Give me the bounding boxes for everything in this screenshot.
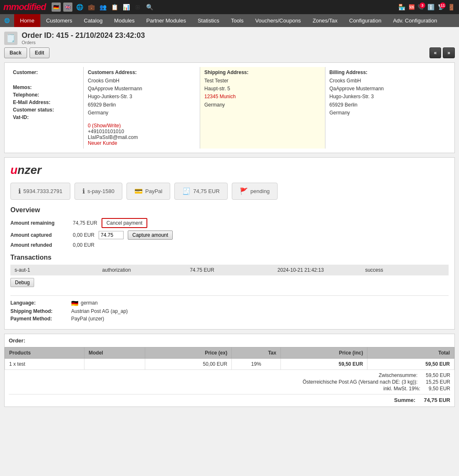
nav-item-customers[interactable]: Customers (40, 14, 78, 27)
col-total: Total (367, 347, 454, 358)
nav-item-partner-modules[interactable]: Partner Modules (141, 14, 192, 27)
grid-icon[interactable]: ⊞ (133, 2, 142, 12)
subtotal-row: Zwischensumme: 59,50 EUR (9, 372, 450, 378)
back-button[interactable]: Back (4, 47, 27, 58)
row-price-ex: 50,00 EUR (145, 358, 232, 369)
unzer-badge-spay-value: s-pay-1580 (87, 188, 114, 194)
unzer-badge-amount-value: 74,75 EUR (193, 188, 220, 194)
capture-input[interactable] (99, 231, 124, 239)
memos-value[interactable]: 0 (Show/Write) (88, 123, 196, 129)
summe-row: Summe: 74,75 EUR (9, 397, 450, 403)
amount-remaining-value: 74,75 EUR (73, 220, 97, 226)
document-icon[interactable]: 📋 (110, 2, 119, 12)
nav-item-home[interactable]: Home (14, 14, 40, 27)
edit-button[interactable]: Edit (30, 47, 50, 58)
page-title: Order ID: 415 - 21/10/2024 23:42:03 (22, 31, 145, 40)
row-product-name: test (17, 361, 25, 367)
help-badge-icon[interactable]: 🆘 (409, 4, 415, 10)
payment-method-label: Payment Method: (10, 316, 69, 322)
unzer-badges: ℹ 5934.7333.2791 ℹ s-pay-1580 💳 PayPal 🧾… (10, 183, 449, 200)
shipping-label: Shipping Address: (204, 69, 321, 75)
overview-rows: Amount remaining 74,75 EUR Cancel paymen… (10, 218, 449, 248)
phone-badge-icon[interactable]: 📞 3 (417, 4, 424, 10)
logout-icon[interactable]: 🚪 (447, 2, 456, 12)
address-city: 65929 Berlin (88, 101, 196, 109)
shipping-method-value: Austrian Post AG (ap_ap) (71, 308, 128, 314)
email-label: E-Mail Address: (13, 99, 63, 105)
subtotal-value: 59,50 EUR (426, 372, 450, 378)
language-value: german (81, 300, 98, 307)
nav-item-tools[interactable]: Tools (225, 14, 249, 27)
col-price-inc: Price (inc) (280, 347, 367, 358)
address-street: Hugo-Junkers-Str. 3 (88, 93, 196, 101)
globe-icon[interactable]: 🌐 (75, 2, 84, 12)
feed-badge-icon[interactable]: 📡 11 (438, 4, 444, 10)
unzer-badge-id-value: 5934.7333.2791 (23, 188, 62, 194)
row-qty: 1 x (9, 361, 16, 367)
billing-name: Crooks GmbH (330, 77, 447, 85)
shipping-street: Haupt-str. 5 (204, 85, 321, 93)
info-icon[interactable]: ℹ️ (426, 2, 435, 12)
unzer-badge-id: ℹ 5934.7333.2791 (10, 183, 70, 200)
nav-item-statistics[interactable]: Statistics (192, 14, 225, 27)
store-icon[interactable]: 🏪 (397, 2, 406, 12)
status-row: Customer status: (13, 107, 79, 113)
amount-captured-value: 0,00 EUR (73, 232, 94, 238)
search-icon[interactable]: 🔍 (145, 2, 154, 12)
help-icon: 🆘 (409, 4, 415, 10)
col-price-ex: Price (ex) (145, 347, 232, 358)
customer-status-label: Customer status: (13, 107, 63, 113)
summe-value: 74,75 EUR (424, 397, 450, 403)
nav-item-vouchers[interactable]: Vouchers/Coupons (249, 14, 307, 27)
billing-address-col: Billing Address: Crooks GmbH QaApprove M… (325, 67, 451, 149)
shipping-total-value: 15,25 EUR (426, 379, 450, 385)
nav-item-adv-configuration[interactable]: Adv. Configuration (387, 14, 443, 27)
nav-item-catalog[interactable]: Catalog (78, 14, 109, 27)
next-button[interactable]: » (443, 47, 455, 58)
shipping-city: 12345 Munich (204, 93, 321, 101)
flag-uk-icon[interactable]: 🇬🇧 (63, 2, 72, 12)
row-model (84, 358, 145, 369)
cancel-payment-button[interactable]: Cancel payment (102, 218, 148, 228)
prev-button[interactable]: « (429, 47, 442, 58)
chart-icon[interactable]: 📊 (122, 2, 131, 12)
order-title: Order: (5, 334, 454, 347)
unzer-logo: unzer (10, 164, 449, 177)
flag-de-icon[interactable]: 🇩🇪 (52, 2, 61, 12)
phone-badge: 3 (419, 2, 425, 8)
unzer-badge-amount: 🧾 74,75 EUR (174, 183, 228, 200)
page-header: 🗒️ Order ID: 415 - 21/10/2024 23:42:03 O… (4, 31, 455, 45)
flag-de-small: 🇩🇪 (71, 300, 78, 307)
address-contact: QaApprove Mustermann (88, 85, 196, 93)
amount-refunded-label: Amount refunded (10, 242, 69, 248)
shipping-name: Test Tester (204, 77, 321, 85)
amount-captured-row: Amount captured 0,00 EUR Capture amount (10, 231, 449, 240)
page-icon: 🗒️ (4, 32, 17, 45)
nav-item-zones[interactable]: Zones/Tax (307, 14, 343, 27)
summe-label: Summe: (299, 397, 415, 403)
address-label: Customers Address: (88, 69, 196, 75)
debug-button[interactable]: Debug (10, 278, 34, 287)
billing-contact: QaApprove Mustermann (330, 85, 447, 93)
info-spay-icon: ℹ (82, 187, 85, 195)
col-model: Model (84, 347, 145, 358)
unzer-badge-status-value: pending (251, 188, 270, 194)
billing-country: Germany (330, 109, 447, 117)
language-row: Language: 🇩🇪 german (10, 300, 449, 307)
shipping-value: Test Tester Haupt-str. 5 12345 Munich Ge… (204, 77, 321, 109)
row-tax: 19% (232, 358, 281, 369)
row-product: 1 x test (5, 358, 84, 369)
people-icon[interactable]: 👥 (98, 2, 107, 12)
status-value: Neuer Kunde (88, 140, 196, 146)
nav-item-configuration[interactable]: Configuration (343, 14, 387, 27)
vat-label: Vat-ID: (13, 114, 63, 120)
tax-total-label: inkl. MwSt. 19%: (304, 386, 420, 392)
amount-remaining-row: Amount remaining 74,75 EUR Cancel paymen… (10, 218, 449, 228)
capture-amount-button[interactable]: Capture amount (128, 231, 173, 240)
memos-label: Memos: (13, 84, 63, 90)
nav-item-modules[interactable]: Modules (108, 14, 140, 27)
shipping-country: Germany (204, 101, 321, 109)
tax-total-row: inkl. MwSt. 19%: 9,50 EUR (9, 386, 450, 392)
briefcase-icon[interactable]: 💼 (87, 2, 96, 12)
flag-status-icon: 🚩 (240, 187, 248, 195)
